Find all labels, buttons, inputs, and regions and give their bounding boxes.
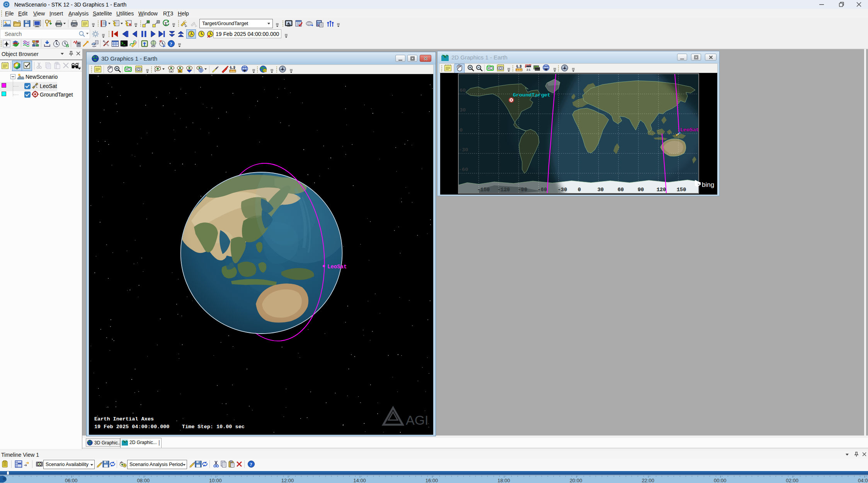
svg-text:60: 60 (460, 88, 466, 93)
svg-text:-60: -60 (538, 187, 547, 193)
svg-text:0: 0 (460, 127, 463, 133)
svg-text:Earth Inertial Axes: Earth Inertial Axes (94, 416, 154, 422)
svg-text:60: 60 (618, 187, 624, 193)
svg-text:19 Feb 2025 04:00:00.000 Ti: 19 Feb 2025 04:00:00.000 Time Step: 10.0… (94, 424, 245, 430)
svg-text:-120: -120 (497, 187, 510, 193)
svg-text:ECF: ECF (151, 45, 156, 47)
svg-text:-30: -30 (459, 147, 468, 153)
svg-text:?: ? (250, 461, 252, 467)
svg-text:A: A (516, 64, 518, 67)
svg-text:0: 0 (578, 187, 581, 193)
svg-text:AGI: AGI (406, 413, 429, 427)
svg-text:DM: DM (288, 24, 291, 26)
svg-text:90: 90 (638, 187, 644, 193)
svg-text:?: ? (170, 41, 172, 47)
svg-text:A: A (230, 66, 232, 68)
svg-text:LeoSat: LeoSat (680, 127, 699, 133)
svg-text:-30: -30 (558, 187, 567, 193)
svg-text:2:1: 2:1 (527, 68, 531, 71)
svg-text:150: 150 (677, 187, 686, 193)
svg-text:N: N (179, 70, 181, 73)
svg-text:-60: -60 (459, 167, 468, 173)
svg-text:bing: bing (702, 181, 714, 188)
svg-text:Σ: Σ (165, 22, 167, 26)
svg-text:30: 30 (597, 187, 604, 193)
svg-text:30: 30 (460, 107, 466, 113)
svg-text:LeoSat: LeoSat (327, 264, 347, 270)
svg-text:-150: -150 (477, 187, 490, 193)
svg-text:-90: -90 (518, 187, 527, 193)
svg-text:GroundTarget: GroundTarget (513, 92, 550, 98)
svg-text:120: 120 (657, 187, 666, 193)
svg-text:HTML: HTML (73, 25, 76, 26)
